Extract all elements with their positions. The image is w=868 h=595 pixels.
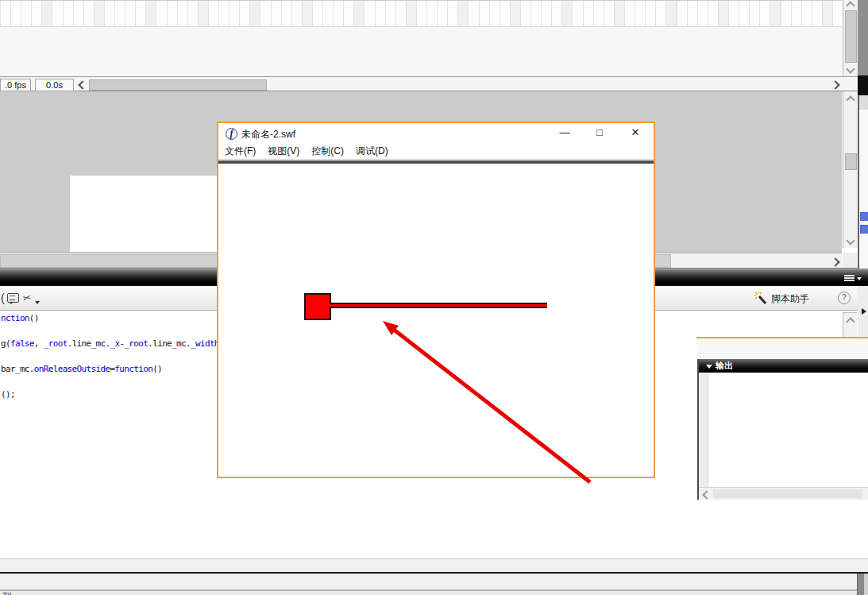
maximize-button[interactable]: □ xyxy=(592,126,607,140)
clipped-toolbar-icon[interactable]: ( xyxy=(1,292,5,304)
bottom-panel-strip xyxy=(0,558,868,572)
fps-indicator: .0 fps xyxy=(0,79,31,91)
player-stage[interactable] xyxy=(218,164,654,477)
script-assist-button[interactable]: 脚本助手 xyxy=(771,292,809,306)
code-line: nction() xyxy=(1,313,224,338)
scroll-right-icon[interactable] xyxy=(831,257,839,266)
collapse-triangle-icon[interactable] xyxy=(706,365,712,369)
clipped-panel-icon[interactable] xyxy=(860,212,868,221)
chevron-down-icon xyxy=(35,301,40,304)
timeline-hscroll-thumb[interactable] xyxy=(89,79,267,91)
panel-background xyxy=(696,338,868,359)
scroll-down-icon[interactable] xyxy=(846,236,854,245)
clipped-bottom-panel: Til xyxy=(0,591,868,595)
panel-menu-icon[interactable] xyxy=(844,275,854,281)
right-edge-dark-corner xyxy=(858,75,868,95)
player-menu-item[interactable]: 控制(C) xyxy=(311,145,344,158)
menu-separator xyxy=(218,159,654,160)
scroll-left-icon[interactable] xyxy=(78,80,87,89)
code-line: g(false, _root.line_mc._x-_root.line_mc.… xyxy=(1,338,224,364)
docked-panel-edge xyxy=(858,95,868,269)
player-menu-item[interactable]: 文件(F) xyxy=(225,145,256,158)
red-line-shape[interactable] xyxy=(330,303,547,308)
clipped-panel-icon[interactable] xyxy=(860,225,868,234)
output-panel-content[interactable] xyxy=(699,373,868,487)
elapsed-time-indicator: 0.0s xyxy=(35,79,74,91)
docked-panel-edge-cap xyxy=(859,95,868,110)
code-hint-icon-tail xyxy=(9,302,14,304)
output-panel-title: 输出 xyxy=(716,361,733,370)
flash-player-icon: f xyxy=(226,128,237,140)
scroll-down-icon[interactable] xyxy=(846,64,854,73)
output-panel-left-strip xyxy=(699,373,708,487)
actionscript-code: nction()g(false, _root.line_mc._x-_root.… xyxy=(1,313,224,415)
scrollbar-corner xyxy=(843,253,857,268)
timeline-empty-area xyxy=(0,27,842,76)
flash-ide-screen: .0 fps 0.0s ( ✂ 脚本助手 xyxy=(0,0,868,595)
player-title-bar[interactable]: f 未命名-2.swf — □ ✕ xyxy=(218,123,654,144)
timeline-frames-row[interactable] xyxy=(0,0,842,11)
workspace-scrollbar-thumb[interactable] xyxy=(845,153,857,170)
timeline-scrollbar-thumb[interactable] xyxy=(845,10,857,63)
panel-expand-arrow-icon[interactable] xyxy=(862,308,866,315)
output-panel-header[interactable]: 输出 xyxy=(699,359,868,373)
player-menu-bar: 文件(F)视图(V)控制(C)调试(D) xyxy=(218,144,654,159)
timeline-status-bar: .0 fps 0.0s xyxy=(0,76,858,91)
scroll-up-icon[interactable] xyxy=(846,317,854,326)
code-line: bar_mc.onReleaseOutside=function() xyxy=(1,364,224,389)
right-edge-strip xyxy=(858,0,868,75)
bottom-right-scrollbar[interactable] xyxy=(857,574,864,595)
output-horizontal-scrollbar[interactable] xyxy=(699,487,868,500)
timeline-frames-row[interactable] xyxy=(0,10,842,27)
clipped-text: Til xyxy=(2,591,11,595)
output-panel: 输出 xyxy=(697,359,868,500)
chevron-down-icon xyxy=(857,277,862,280)
magic-wand-icon[interactable] xyxy=(754,292,768,305)
minimize-button[interactable]: — xyxy=(557,126,572,140)
red-square-shape[interactable] xyxy=(304,293,331,320)
player-window-title: 未命名-2.swf xyxy=(241,128,295,141)
help-icon[interactable]: ? xyxy=(838,292,851,304)
close-button[interactable]: ✕ xyxy=(628,126,642,140)
code-line: (); xyxy=(1,389,224,415)
bottom-panel-strip xyxy=(0,574,868,589)
output-hscroll-thumb[interactable] xyxy=(713,489,862,498)
scroll-up-icon[interactable] xyxy=(846,95,854,104)
bottom-right-corner xyxy=(864,574,868,595)
scroll-right-icon[interactable] xyxy=(831,80,839,89)
scroll-up-icon[interactable] xyxy=(846,1,854,10)
scroll-left-icon[interactable] xyxy=(702,490,711,499)
player-menu-item[interactable]: 视图(V) xyxy=(268,145,299,158)
debug-options-icon[interactable]: ✂ xyxy=(22,292,33,304)
flash-player-window: f 未命名-2.swf — □ ✕ 文件(F)视图(V)控制(C)调试(D) xyxy=(217,122,655,478)
player-menu-item[interactable]: 调试(D) xyxy=(356,145,388,158)
